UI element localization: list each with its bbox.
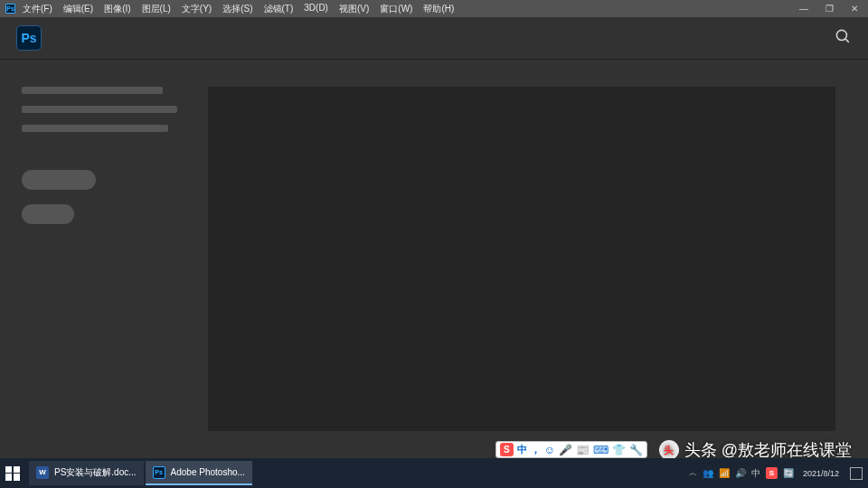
- menu-help[interactable]: 帮助(H): [423, 3, 454, 15]
- ime-tools-icon[interactable]: 🔧: [629, 444, 643, 456]
- home-screen: [0, 60, 868, 458]
- skeleton-button: [22, 170, 96, 190]
- recent-canvas: [208, 87, 835, 431]
- app-icon: Ps: [5, 4, 15, 14]
- canvas-area: [208, 60, 868, 458]
- menu-items: 文件(F) 编辑(E) 图像(I) 图层(L) 文字(Y) 选择(S) 滤镜(T…: [23, 3, 454, 15]
- menu-filter[interactable]: 滤镜(T): [264, 3, 294, 15]
- menu-view[interactable]: 视图(V): [339, 3, 369, 15]
- menubar: Ps 文件(F) 编辑(E) 图像(I) 图层(L) 文字(Y) 选择(S) 滤…: [0, 0, 868, 17]
- ime-keyboard-icon[interactable]: ⌨: [593, 444, 609, 456]
- tray-people-icon[interactable]: 👥: [703, 468, 713, 478]
- menu-image[interactable]: 图像(I): [104, 3, 130, 15]
- home-toolbar: Ps: [0, 17, 868, 60]
- ps-logo[interactable]: Ps: [16, 25, 42, 51]
- ime-skin-icon[interactable]: 👕: [612, 444, 626, 456]
- start-button[interactable]: [5, 466, 20, 481]
- home-sidebar: [0, 60, 208, 458]
- skeleton-line: [22, 125, 168, 132]
- tray-sync-icon[interactable]: 🔄: [783, 468, 794, 478]
- svg-line-1: [845, 38, 849, 42]
- menu-window[interactable]: 窗口(W): [380, 3, 412, 15]
- skeleton-line: [22, 87, 163, 94]
- menu-edit[interactable]: 编辑(E): [63, 3, 93, 15]
- system-tray: ︿ 👥 📶 🔊 中 S 🔄 2021/8/12: [689, 467, 863, 480]
- ps-icon: Ps: [153, 466, 165, 479]
- taskbar-item-word[interactable]: W PS安装与破解.doc...: [29, 461, 144, 485]
- maximize-button[interactable]: ❐: [821, 4, 837, 14]
- taskbar-item-label: Adobe Photosho...: [171, 467, 245, 477]
- ime-news-icon[interactable]: 📰: [576, 444, 590, 456]
- search-icon[interactable]: [835, 28, 852, 49]
- ime-lang[interactable]: 中: [517, 443, 527, 456]
- clock[interactable]: 2021/8/12: [803, 469, 839, 478]
- tray-ime-lang[interactable]: 中: [751, 467, 760, 480]
- ime-toolbar[interactable]: S 中 ， ☺ 🎤 📰 ⌨ 👕 🔧: [495, 441, 647, 458]
- menu-3d[interactable]: 3D(D): [304, 3, 328, 15]
- ime-voice-icon[interactable]: 🎤: [559, 444, 572, 456]
- tray-network-icon[interactable]: 📶: [719, 468, 730, 478]
- window-controls: ― ❐ ✕: [796, 4, 863, 14]
- sogou-icon[interactable]: S: [500, 443, 514, 456]
- notification-center-icon[interactable]: [850, 467, 863, 480]
- menu-file[interactable]: 文件(F): [23, 3, 52, 15]
- word-icon: W: [36, 466, 49, 479]
- minimize-button[interactable]: ―: [796, 4, 812, 14]
- skeleton-line: [22, 106, 177, 113]
- ime-emoji-icon[interactable]: ☺: [544, 444, 555, 456]
- clock-date: 2021/8/12: [803, 469, 839, 478]
- menu-layer[interactable]: 图层(L): [142, 3, 171, 15]
- menu-type[interactable]: 文字(Y): [182, 3, 212, 15]
- svg-point-0: [836, 30, 846, 40]
- close-button[interactable]: ✕: [846, 4, 863, 14]
- tray-volume-icon[interactable]: 🔊: [735, 468, 746, 478]
- skeleton-button: [22, 204, 74, 224]
- taskbar: W PS安装与破解.doc... Ps Adobe Photosho... ︿ …: [0, 458, 868, 488]
- ime-sep: ，: [531, 443, 541, 456]
- taskbar-item-label: PS安装与破解.doc...: [54, 466, 137, 479]
- menu-select[interactable]: 选择(S): [222, 3, 252, 15]
- tray-chevron-icon[interactable]: ︿: [689, 467, 697, 479]
- tray-sogou-icon[interactable]: S: [766, 467, 778, 479]
- taskbar-item-photoshop[interactable]: Ps Adobe Photosho...: [146, 461, 252, 485]
